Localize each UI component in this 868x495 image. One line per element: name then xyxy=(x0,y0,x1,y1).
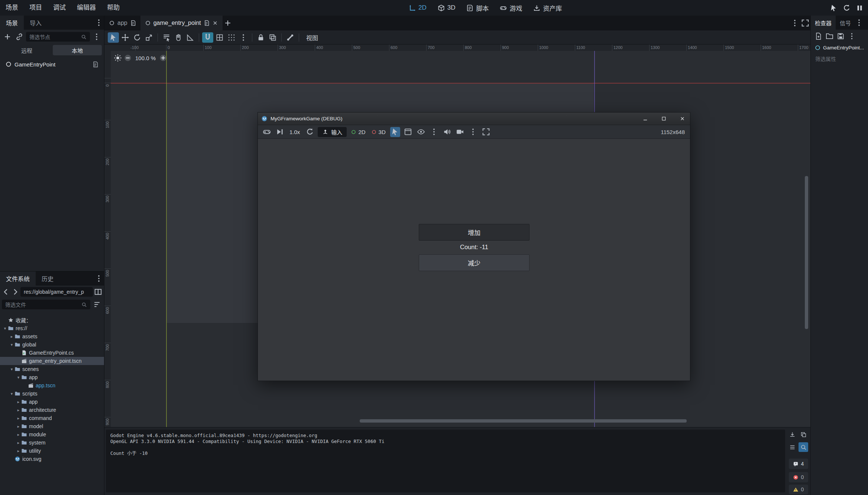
file-row[interactable]: ▾app xyxy=(0,373,104,381)
zoom-level[interactable]: 100.0 % xyxy=(134,55,157,61)
filter-files-input[interactable]: 筛选文件 xyxy=(2,300,90,309)
file-row[interactable]: ▸app xyxy=(0,398,104,406)
file-row[interactable]: ▸utility xyxy=(0,447,104,455)
instance-scene-button[interactable] xyxy=(14,32,25,42)
mode-2d-toggle[interactable]: 2D xyxy=(350,129,367,135)
tree-arrow-icon[interactable]: ▾ xyxy=(16,375,21,380)
cursor-icon[interactable] xyxy=(830,4,838,12)
scene-tab-game-entry-point[interactable]: game_entry_point xyxy=(140,16,223,30)
error-count-badge[interactable]: 0 xyxy=(789,472,808,482)
file-row[interactable]: ▸module xyxy=(0,430,104,439)
save-resource-icon[interactable] xyxy=(837,32,845,40)
pan-tool-button[interactable] xyxy=(173,32,184,43)
vertical-scrollbar[interactable] xyxy=(805,176,808,329)
mode-3d-toggle[interactable]: 3D xyxy=(370,129,387,135)
file-row[interactable]: ▸system xyxy=(0,439,104,447)
ruler-tool-button[interactable] xyxy=(185,32,196,43)
game-more-button[interactable] xyxy=(429,127,439,137)
group-node-button[interactable] xyxy=(267,32,278,43)
file-row[interactable]: app.tscn xyxy=(0,381,104,390)
tab-inspector[interactable]: 检查器 xyxy=(811,16,836,30)
tree-arrow-icon[interactable]: ▸ xyxy=(16,432,21,437)
select-tool-button[interactable] xyxy=(108,32,119,43)
file-row[interactable]: ▾scenes xyxy=(0,365,104,373)
suspend-button[interactable] xyxy=(262,127,272,137)
list-select-button[interactable] xyxy=(161,32,172,43)
menu-project[interactable]: 项目 xyxy=(24,0,48,16)
smart-snap-button[interactable] xyxy=(202,32,213,43)
tab-signals[interactable]: 信号 xyxy=(836,16,855,30)
file-row[interactable]: ▸assets xyxy=(0,332,104,341)
camera-override-button[interactable] xyxy=(455,127,465,137)
increase-button[interactable]: 增加 xyxy=(419,224,529,241)
file-row[interactable]: ▾global xyxy=(0,341,104,349)
add-node-button[interactable] xyxy=(2,32,13,42)
snap-dots-button[interactable] xyxy=(226,32,237,43)
file-row[interactable]: ▾res:// xyxy=(0,324,104,332)
tree-arrow-icon[interactable]: ▸ xyxy=(16,440,21,445)
load-resource-icon[interactable] xyxy=(826,32,833,40)
workspace-2d[interactable]: 2D xyxy=(409,4,427,12)
rotate-tool-button[interactable] xyxy=(132,32,143,43)
save-output-button[interactable] xyxy=(787,430,797,439)
zoom-out-icon[interactable] xyxy=(124,54,132,62)
scene-tabs-menu-button[interactable] xyxy=(790,18,800,28)
output-search-button[interactable] xyxy=(799,442,808,452)
scene-dock-menu-button[interactable] xyxy=(94,17,104,28)
menu-help[interactable]: 帮助 xyxy=(101,0,125,16)
next-frame-button[interactable] xyxy=(275,127,285,137)
camera-options-button[interactable] xyxy=(468,127,478,137)
back-button[interactable] xyxy=(2,288,10,296)
minimize-button[interactable] xyxy=(637,113,653,125)
move-tool-button[interactable] xyxy=(120,32,131,43)
decrease-button[interactable]: 减少 xyxy=(419,254,529,271)
tree-arrow-icon[interactable]: ▸ xyxy=(16,449,21,453)
resource-options-icon[interactable] xyxy=(848,32,856,40)
file-row[interactable]: ▾scripts xyxy=(0,390,104,398)
close-button[interactable] xyxy=(674,113,690,125)
game-fullscreen-button[interactable] xyxy=(481,127,491,137)
visibility-button[interactable] xyxy=(416,127,426,137)
forward-button[interactable] xyxy=(11,288,19,296)
tab-filesystem[interactable]: 文件系统 xyxy=(0,271,36,286)
file-row[interactable]: game_entry_point.tscn xyxy=(0,357,104,365)
tree-arrow-icon[interactable]: ▾ xyxy=(9,367,14,372)
workspace-script[interactable]: 脚本 xyxy=(466,3,489,13)
tab-scene[interactable]: 场景 xyxy=(0,16,24,30)
lock-node-button[interactable] xyxy=(255,32,266,43)
audio-mute-button[interactable] xyxy=(442,127,452,137)
filesystem-menu-button[interactable] xyxy=(94,273,104,284)
inspector-menu-button[interactable] xyxy=(855,17,863,28)
skeleton-options-button[interactable] xyxy=(285,32,296,43)
path-field[interactable]: res://global/game_entry_p xyxy=(20,287,93,297)
pause-icon[interactable] xyxy=(856,4,864,12)
tree-arrow-icon[interactable]: ▸ xyxy=(16,400,21,404)
speed-dropdown[interactable]: 1.0x xyxy=(288,129,302,135)
close-tab-icon[interactable] xyxy=(212,20,218,26)
zoom-in-icon[interactable] xyxy=(159,54,167,62)
sun-icon[interactable] xyxy=(114,54,122,62)
tab-history[interactable]: 历史 xyxy=(36,271,59,286)
output-filter-button[interactable] xyxy=(787,442,797,452)
input-mode-toggle[interactable]: 输入 xyxy=(318,127,347,137)
tree-arrow-icon[interactable]: ▸ xyxy=(16,408,21,413)
menu-debug[interactable]: 调试 xyxy=(48,0,71,16)
game-window-titlebar[interactable]: MyGFrameworkGame (DEBUG) xyxy=(258,113,690,125)
new-resource-icon[interactable] xyxy=(814,32,822,40)
file-row[interactable]: icon.svg xyxy=(0,455,104,463)
scene-tree-options-button[interactable] xyxy=(91,32,102,42)
tree-arrow-icon[interactable]: ▾ xyxy=(9,342,14,347)
snap-options-button[interactable] xyxy=(238,32,249,43)
workspace-assetlib[interactable]: 资产库 xyxy=(533,3,562,13)
grid-snap-button[interactable] xyxy=(214,32,225,43)
tree-arrow-icon[interactable]: ▾ xyxy=(2,326,8,331)
tree-arrow-icon[interactable]: ▸ xyxy=(9,334,14,339)
menu-scene[interactable]: 场景 xyxy=(0,0,24,16)
file-row[interactable]: ▸model xyxy=(0,422,104,430)
file-row[interactable]: ▸architecture xyxy=(0,406,104,414)
file-row[interactable]: 收藏： xyxy=(0,316,104,324)
segment-remote[interactable]: 远程 xyxy=(2,45,51,55)
file-row[interactable]: #GameEntryPoint.cs xyxy=(0,349,104,357)
menu-editor[interactable]: 编辑器 xyxy=(71,0,101,16)
scene-node-root[interactable]: GameEntryPoint xyxy=(0,59,104,70)
